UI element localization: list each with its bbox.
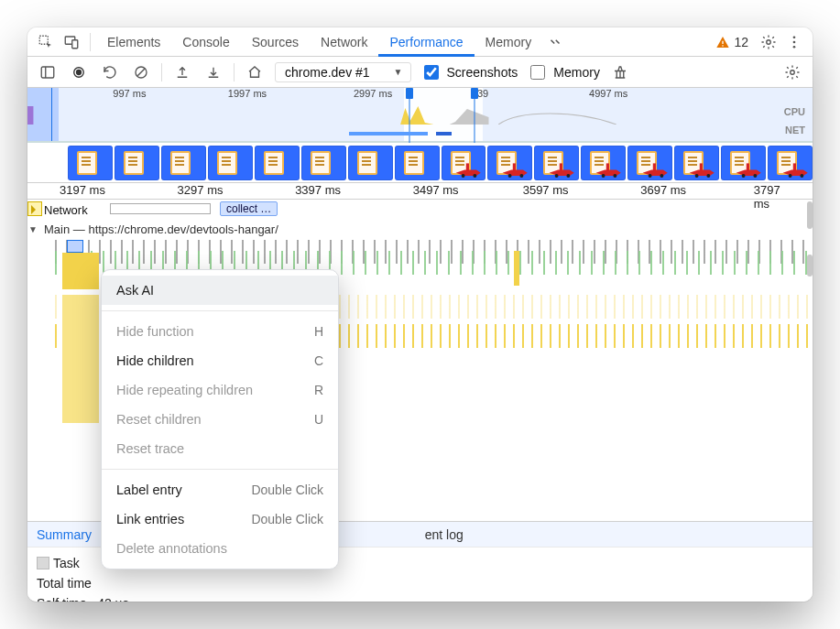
svg-point-24 xyxy=(602,174,605,178)
upload-icon[interactable] xyxy=(171,61,193,83)
svg-rect-29 xyxy=(700,163,703,170)
recording-selector-label: chrome.dev #1 xyxy=(285,65,370,80)
tab-console[interactable]: Console xyxy=(171,27,240,57)
tab-network[interactable]: Network xyxy=(310,27,378,57)
overview-range-end[interactable] xyxy=(471,88,478,99)
menu-item-ask-ai[interactable]: Ask AI xyxy=(102,276,338,305)
performance-toolbar: chrome.dev #1 ▼ Screenshots Memory xyxy=(27,57,813,88)
flame-selected-stack[interactable] xyxy=(62,240,99,423)
disclosure-triangle-icon[interactable]: ▼ xyxy=(27,224,38,234)
record-icon[interactable] xyxy=(68,61,90,83)
filmstrip-frame[interactable] xyxy=(348,146,393,180)
overview-tick: 39 xyxy=(477,88,488,99)
tab-performance[interactable]: Performance xyxy=(378,27,474,57)
svg-rect-20 xyxy=(560,163,562,170)
tab-elements[interactable]: Elements xyxy=(96,27,171,57)
screenshot-filmstrip[interactable] xyxy=(27,143,813,183)
ruler-tick: 3397 ms xyxy=(295,183,341,197)
memory-checkbox-input[interactable] xyxy=(530,65,545,80)
svg-rect-26 xyxy=(653,163,656,170)
panel-settings-icon[interactable] xyxy=(781,61,803,83)
tab-memory[interactable]: Memory xyxy=(475,27,543,57)
filmstrip-frame[interactable] xyxy=(395,146,440,180)
filmstrip-frame[interactable] xyxy=(487,146,532,180)
svg-point-33 xyxy=(742,174,746,178)
tab-sources[interactable]: Sources xyxy=(241,27,310,57)
flame-selected-task[interactable] xyxy=(67,240,83,253)
ruler-tick: 3497 ms xyxy=(413,183,459,197)
inspect-element-icon[interactable] xyxy=(33,29,59,55)
clear-icon[interactable] xyxy=(130,61,152,83)
svg-point-28 xyxy=(660,174,664,178)
filmstrip-frame[interactable] xyxy=(208,146,253,180)
memory-checkbox[interactable]: Memory xyxy=(527,62,600,82)
menu-item-shortcut: C xyxy=(314,353,323,368)
device-toolbar-icon[interactable] xyxy=(59,29,84,55)
filmstrip-frame[interactable] xyxy=(534,146,579,180)
menu-item-link-entries[interactable]: Link entriesDouble Click xyxy=(102,504,338,534)
details-tab-eventlog[interactable]: ent log xyxy=(425,527,464,542)
more-tabs-icon[interactable] xyxy=(542,29,568,55)
svg-point-16 xyxy=(474,174,477,178)
warnings-counter[interactable]: 12 xyxy=(708,35,756,49)
filmstrip-frame[interactable] xyxy=(721,146,766,180)
svg-point-15 xyxy=(462,174,465,178)
network-track-toggle[interactable] xyxy=(27,201,42,216)
chevron-down-icon: ▼ xyxy=(394,67,403,77)
overview-tick: 4997 ms xyxy=(589,88,627,99)
network-request-chip[interactable]: collect … xyxy=(220,201,278,216)
filmstrip-frame[interactable] xyxy=(301,146,346,180)
download-icon[interactable] xyxy=(202,61,224,83)
filmstrip-frame[interactable] xyxy=(442,146,486,180)
devtools-tabbar: Elements Console Sources Network Perform… xyxy=(27,27,813,57)
svg-point-18 xyxy=(508,174,512,178)
menu-item-label: Reset children xyxy=(116,412,202,427)
divider xyxy=(234,63,235,81)
menu-item-reset-children: Reset childrenU xyxy=(102,405,338,434)
divider xyxy=(161,63,162,81)
filmstrip-frame[interactable] xyxy=(161,146,206,180)
reload-record-icon[interactable] xyxy=(99,61,121,83)
svg-point-30 xyxy=(695,174,699,178)
main-track-header[interactable]: ▼ Main — https://chrome.dev/devtools-han… xyxy=(27,220,813,238)
filmstrip-frame[interactable] xyxy=(768,146,813,180)
self-time-value: 42 µs xyxy=(97,596,129,602)
ruler-tick: 3197 ms xyxy=(60,183,105,197)
time-ruler[interactable]: 3197 ms 3297 ms 3397 ms 3497 ms 3597 ms … xyxy=(27,183,813,200)
screenshots-checkbox-label: Screenshots xyxy=(447,65,518,80)
warnings-count: 12 xyxy=(734,35,748,49)
svg-point-36 xyxy=(789,174,792,178)
details-tab-summary[interactable]: Summary xyxy=(37,527,92,542)
svg-rect-32 xyxy=(747,163,749,170)
svg-point-6 xyxy=(793,36,796,38)
menu-item-hide-children[interactable]: Hide childrenC xyxy=(102,346,338,375)
filmstrip-frame[interactable] xyxy=(674,146,719,180)
menu-separator xyxy=(102,310,338,311)
kebab-menu-icon[interactable] xyxy=(781,29,807,55)
memory-checkbox-label: Memory xyxy=(553,65,600,80)
screenshots-checkbox[interactable]: Screenshots xyxy=(420,62,518,82)
overview-range-start[interactable] xyxy=(406,88,413,99)
recording-selector[interactable]: chrome.dev #1 ▼ xyxy=(275,62,411,82)
overview-minimap[interactable]: 997 ms 1997 ms 2997 ms 39 4997 ms CPU NE… xyxy=(27,88,813,143)
total-time-row: Total time xyxy=(37,573,803,593)
overview-tick: 997 ms xyxy=(113,88,146,99)
settings-icon[interactable] xyxy=(756,29,781,55)
network-track[interactable]: Network collect … xyxy=(27,200,813,220)
menu-item-label: Hide function xyxy=(116,324,194,339)
filmstrip-frame[interactable] xyxy=(255,146,300,180)
filmstrip-frame[interactable] xyxy=(627,146,672,180)
divider xyxy=(90,33,91,51)
menu-item-label-entry[interactable]: Label entryDouble Click xyxy=(102,475,338,504)
menu-item-label: Hide repeating children xyxy=(116,383,253,397)
self-time-row: Self time 42 µs xyxy=(37,593,803,602)
collect-garbage-icon[interactable] xyxy=(609,61,631,83)
screenshots-checkbox-input[interactable] xyxy=(424,65,439,80)
home-icon[interactable] xyxy=(244,61,266,83)
filmstrip-frame[interactable] xyxy=(68,146,113,180)
menu-item-hide-repeating-children: Hide repeating childrenR xyxy=(102,375,338,405)
svg-rect-23 xyxy=(606,163,609,170)
filmstrip-frame[interactable] xyxy=(115,146,159,180)
toggle-sidebar-icon[interactable] xyxy=(37,61,59,83)
filmstrip-frame[interactable] xyxy=(581,146,626,180)
